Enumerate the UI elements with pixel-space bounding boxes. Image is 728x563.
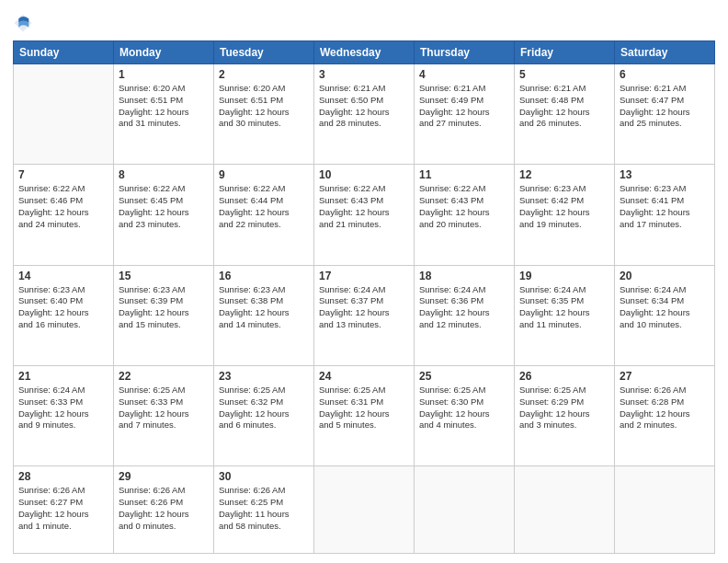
calendar-cell: 23Sunrise: 6:25 AMSunset: 6:32 PMDayligh… xyxy=(214,365,314,465)
day-number: 13 xyxy=(620,168,710,181)
calendar-cell: 1Sunrise: 6:20 AMSunset: 6:51 PMDaylight… xyxy=(114,64,214,165)
calendar-cell: 6Sunrise: 6:21 AMSunset: 6:47 PMDaylight… xyxy=(615,64,715,165)
cell-info: Sunrise: 6:24 AMSunset: 6:36 PMDaylight:… xyxy=(419,284,509,331)
cell-info: Sunrise: 6:23 AMSunset: 6:40 PMDaylight:… xyxy=(18,284,108,331)
cell-info: Sunrise: 6:23 AMSunset: 6:41 PMDaylight:… xyxy=(620,183,710,230)
cell-info: Sunrise: 6:26 AMSunset: 6:27 PMDaylight:… xyxy=(18,485,108,532)
weekday-header-wednesday: Wednesday xyxy=(314,41,415,64)
day-number: 14 xyxy=(18,270,108,282)
cell-info: Sunrise: 6:22 AMSunset: 6:43 PMDaylight:… xyxy=(419,183,509,230)
day-number: 8 xyxy=(119,168,209,181)
week-row-1: 1Sunrise: 6:20 AMSunset: 6:51 PMDaylight… xyxy=(14,64,715,165)
cell-info: Sunrise: 6:24 AMSunset: 6:34 PMDaylight:… xyxy=(620,284,710,331)
logo xyxy=(13,13,37,33)
day-number: 9 xyxy=(219,168,309,181)
calendar-cell: 15Sunrise: 6:23 AMSunset: 6:39 PMDayligh… xyxy=(114,265,214,365)
calendar-cell: 18Sunrise: 6:24 AMSunset: 6:36 PMDayligh… xyxy=(415,265,515,365)
day-number: 3 xyxy=(319,68,409,81)
header xyxy=(13,9,715,33)
day-number: 30 xyxy=(219,470,309,483)
cell-info: Sunrise: 6:26 AMSunset: 6:28 PMDaylight:… xyxy=(620,385,710,431)
calendar-cell: 7Sunrise: 6:22 AMSunset: 6:46 PMDaylight… xyxy=(14,165,114,265)
day-number: 2 xyxy=(219,68,309,81)
calendar-cell: 16Sunrise: 6:23 AMSunset: 6:38 PMDayligh… xyxy=(214,265,314,365)
calendar-cell: 11Sunrise: 6:22 AMSunset: 6:43 PMDayligh… xyxy=(415,165,515,265)
cell-info: Sunrise: 6:22 AMSunset: 6:43 PMDaylight:… xyxy=(319,183,409,230)
weekday-header-sunday: Sunday xyxy=(14,41,114,64)
calendar-cell: 3Sunrise: 6:21 AMSunset: 6:50 PMDaylight… xyxy=(314,64,415,165)
calendar-cell: 8Sunrise: 6:22 AMSunset: 6:45 PMDaylight… xyxy=(114,165,214,265)
calendar-cell xyxy=(314,466,415,554)
cell-info: Sunrise: 6:22 AMSunset: 6:46 PMDaylight:… xyxy=(18,183,108,230)
calendar-cell: 14Sunrise: 6:23 AMSunset: 6:40 PMDayligh… xyxy=(14,265,114,365)
day-number: 23 xyxy=(219,370,309,383)
day-number: 11 xyxy=(419,168,509,181)
calendar-cell: 13Sunrise: 6:23 AMSunset: 6:41 PMDayligh… xyxy=(615,165,715,265)
day-number: 28 xyxy=(18,470,108,483)
cell-info: Sunrise: 6:21 AMSunset: 6:49 PMDaylight:… xyxy=(419,83,509,130)
calendar-cell: 29Sunrise: 6:26 AMSunset: 6:26 PMDayligh… xyxy=(114,466,214,554)
calendar-cell: 4Sunrise: 6:21 AMSunset: 6:49 PMDaylight… xyxy=(415,64,515,165)
calendar-cell: 9Sunrise: 6:22 AMSunset: 6:44 PMDaylight… xyxy=(214,165,314,265)
cell-info: Sunrise: 6:21 AMSunset: 6:48 PMDaylight:… xyxy=(519,83,609,130)
day-number: 12 xyxy=(519,168,609,181)
cell-info: Sunrise: 6:20 AMSunset: 6:51 PMDaylight:… xyxy=(119,83,209,130)
calendar-cell: 30Sunrise: 6:26 AMSunset: 6:25 PMDayligh… xyxy=(214,466,314,554)
weekday-header-thursday: Thursday xyxy=(415,41,515,64)
calendar-table: SundayMondayTuesdayWednesdayThursdayFrid… xyxy=(13,40,715,554)
calendar-cell: 20Sunrise: 6:24 AMSunset: 6:34 PMDayligh… xyxy=(615,265,715,365)
cell-info: Sunrise: 6:26 AMSunset: 6:25 PMDaylight:… xyxy=(219,485,309,532)
weekday-header-monday: Monday xyxy=(114,41,214,64)
day-number: 4 xyxy=(419,68,509,81)
cell-info: Sunrise: 6:23 AMSunset: 6:39 PMDaylight:… xyxy=(119,284,209,331)
cell-info: Sunrise: 6:24 AMSunset: 6:37 PMDaylight:… xyxy=(319,284,409,331)
calendar-cell: 24Sunrise: 6:25 AMSunset: 6:31 PMDayligh… xyxy=(314,365,415,465)
day-number: 26 xyxy=(519,370,609,383)
cell-info: Sunrise: 6:21 AMSunset: 6:47 PMDaylight:… xyxy=(620,83,710,130)
week-row-5: 28Sunrise: 6:26 AMSunset: 6:27 PMDayligh… xyxy=(14,466,715,554)
day-number: 5 xyxy=(519,68,609,81)
weekday-header-row: SundayMondayTuesdayWednesdayThursdayFrid… xyxy=(14,41,715,64)
cell-info: Sunrise: 6:23 AMSunset: 6:38 PMDaylight:… xyxy=(219,284,309,331)
calendar-cell: 17Sunrise: 6:24 AMSunset: 6:37 PMDayligh… xyxy=(314,265,415,365)
calendar-cell xyxy=(14,64,114,165)
cell-info: Sunrise: 6:22 AMSunset: 6:45 PMDaylight:… xyxy=(119,183,209,230)
cell-info: Sunrise: 6:25 AMSunset: 6:29 PMDaylight:… xyxy=(519,385,609,431)
calendar-cell: 26Sunrise: 6:25 AMSunset: 6:29 PMDayligh… xyxy=(515,365,615,465)
calendar-cell: 12Sunrise: 6:23 AMSunset: 6:42 PMDayligh… xyxy=(515,165,615,265)
weekday-header-saturday: Saturday xyxy=(615,41,715,64)
week-row-3: 14Sunrise: 6:23 AMSunset: 6:40 PMDayligh… xyxy=(14,265,715,365)
calendar-cell: 10Sunrise: 6:22 AMSunset: 6:43 PMDayligh… xyxy=(314,165,415,265)
calendar-cell: 21Sunrise: 6:24 AMSunset: 6:33 PMDayligh… xyxy=(14,365,114,465)
calendar-cell: 22Sunrise: 6:25 AMSunset: 6:33 PMDayligh… xyxy=(114,365,214,465)
day-number: 10 xyxy=(319,168,409,181)
day-number: 27 xyxy=(620,370,710,383)
cell-info: Sunrise: 6:25 AMSunset: 6:32 PMDaylight:… xyxy=(219,385,309,431)
cell-info: Sunrise: 6:25 AMSunset: 6:33 PMDaylight:… xyxy=(119,385,209,431)
cell-info: Sunrise: 6:26 AMSunset: 6:26 PMDaylight:… xyxy=(119,485,209,532)
weekday-header-tuesday: Tuesday xyxy=(214,41,314,64)
cell-info: Sunrise: 6:25 AMSunset: 6:30 PMDaylight:… xyxy=(419,385,509,431)
day-number: 15 xyxy=(119,270,209,282)
cell-info: Sunrise: 6:22 AMSunset: 6:44 PMDaylight:… xyxy=(219,183,309,230)
day-number: 24 xyxy=(319,370,409,383)
cell-info: Sunrise: 6:20 AMSunset: 6:51 PMDaylight:… xyxy=(219,83,309,130)
week-row-4: 21Sunrise: 6:24 AMSunset: 6:33 PMDayligh… xyxy=(14,365,715,465)
day-number: 29 xyxy=(119,470,209,483)
calendar-cell xyxy=(615,466,715,554)
cell-info: Sunrise: 6:24 AMSunset: 6:33 PMDaylight:… xyxy=(18,385,108,431)
day-number: 16 xyxy=(219,270,309,282)
day-number: 7 xyxy=(18,168,108,181)
day-number: 22 xyxy=(119,370,209,383)
cell-info: Sunrise: 6:23 AMSunset: 6:42 PMDaylight:… xyxy=(519,183,609,230)
day-number: 1 xyxy=(119,68,209,81)
day-number: 18 xyxy=(419,270,509,282)
logo-icon xyxy=(13,13,33,33)
calendar-cell: 25Sunrise: 6:25 AMSunset: 6:30 PMDayligh… xyxy=(415,365,515,465)
day-number: 20 xyxy=(620,270,710,282)
week-row-2: 7Sunrise: 6:22 AMSunset: 6:46 PMDaylight… xyxy=(14,165,715,265)
calendar-cell: 27Sunrise: 6:26 AMSunset: 6:28 PMDayligh… xyxy=(615,365,715,465)
cell-info: Sunrise: 6:21 AMSunset: 6:50 PMDaylight:… xyxy=(319,83,409,130)
calendar-cell: 28Sunrise: 6:26 AMSunset: 6:27 PMDayligh… xyxy=(14,466,114,554)
day-number: 6 xyxy=(620,68,710,81)
